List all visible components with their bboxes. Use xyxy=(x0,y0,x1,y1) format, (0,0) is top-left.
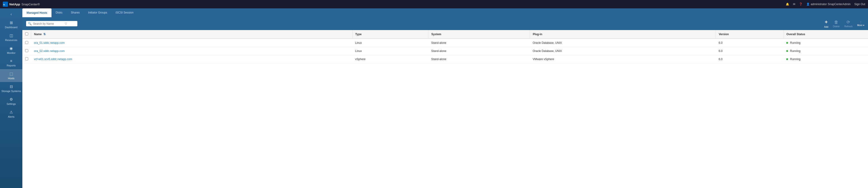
delete-icon: 🗑 xyxy=(834,20,838,25)
row-plugin-0: Oracle Database, UNIX xyxy=(530,39,716,47)
row-checkbox-2 xyxy=(22,55,31,63)
status-dot-1 xyxy=(786,50,788,52)
storage-icon: ⊟ xyxy=(10,84,13,89)
sidebar-label-dashboard: Dashboard xyxy=(5,26,18,29)
row-system-1: Stand-alone xyxy=(429,47,530,55)
hosts-table: Name ⇅ Type System Plug-in Version Overa… xyxy=(22,30,868,63)
monitor-icon: ◉ xyxy=(9,46,13,51)
tab-bar: Managed Hosts Disks Shares Initiator Gro… xyxy=(22,8,868,17)
top-bar-left: N NetApp SnapCenter® xyxy=(3,2,40,7)
sidebar: ‹ ⊞ Dashboard ◫ Resources ◉ Monitor ≡ Re… xyxy=(0,8,22,188)
row-type-2: vSphere xyxy=(352,55,429,63)
tab-managed-hosts[interactable]: Managed Hosts xyxy=(22,8,52,17)
table-row: ora_01.sddc.netapp.com Linux Stand-alone… xyxy=(22,39,868,47)
signout-button[interactable]: Sign Out xyxy=(854,3,865,6)
app-name: SnapCenter® xyxy=(22,3,40,6)
refresh-button[interactable]: ⟳ Refresh xyxy=(844,20,852,28)
user-icon: 👤 xyxy=(806,3,810,6)
sidebar-label-storage: Storage Systems xyxy=(1,90,21,93)
reports-icon: ≡ xyxy=(10,59,12,63)
tab-shares[interactable]: Shares xyxy=(67,8,84,17)
sidebar-label-alerts: Alerts xyxy=(8,115,14,118)
content-area: Managed Hosts Disks Shares Initiator Gro… xyxy=(22,8,868,188)
row-name-1: ora_02.sddc.netapp.com xyxy=(31,47,352,55)
search-icon: 🔍 xyxy=(28,22,32,25)
header-type: Type xyxy=(352,30,429,39)
row-select-1[interactable] xyxy=(25,49,28,52)
search-box[interactable]: 🔍 ▽ xyxy=(26,21,78,26)
row-checkbox-0 xyxy=(22,39,31,47)
table-header-row: Name ⇅ Type System Plug-in Version Overa… xyxy=(22,30,868,39)
tab-initiator-groups[interactable]: Initiator Groups xyxy=(84,8,112,17)
mail-icon[interactable]: ✉ xyxy=(793,3,795,6)
row-type-0: Linux xyxy=(352,39,429,47)
brand-name: NetApp xyxy=(9,3,20,6)
row-status-0: Running xyxy=(783,39,868,47)
refresh-label: Refresh xyxy=(844,25,852,28)
top-bar-right: 🔔 ✉ ❓ 👤 administrator SnapCenterAdmin Si… xyxy=(786,3,865,6)
svg-text:N: N xyxy=(3,3,5,6)
delete-label: Delete xyxy=(833,25,840,28)
status-text-2: Running xyxy=(790,58,801,61)
row-version-1: 6.0 xyxy=(716,47,783,55)
main-layout: ‹ ⊞ Dashboard ◫ Resources ◉ Monitor ≡ Re… xyxy=(0,8,868,188)
sidebar-item-settings[interactable]: ⚙ Settings xyxy=(0,95,22,107)
select-all-checkbox[interactable] xyxy=(25,32,28,35)
more-label: More ▾ xyxy=(857,24,864,27)
header-version: Version xyxy=(716,30,783,39)
username[interactable]: administrator xyxy=(811,3,827,6)
name-sort-icon[interactable]: ⇅ xyxy=(43,33,46,36)
instance-name[interactable]: SnapCenterAdmin xyxy=(828,3,850,6)
top-bar: N NetApp SnapCenter® 🔔 ✉ ❓ 👤 administrat… xyxy=(0,0,868,8)
sidebar-item-monitor[interactable]: ◉ Monitor xyxy=(0,44,22,57)
row-plugin-1: Oracle Database, UNIX xyxy=(530,47,716,55)
host-link-1[interactable]: ora_02.sddc.netapp.com xyxy=(34,50,65,53)
sidebar-item-dashboard[interactable]: ⊞ Dashboard xyxy=(0,18,22,31)
search-input[interactable] xyxy=(33,22,63,25)
sidebar-label-settings: Settings xyxy=(6,102,16,105)
table-row: vcf-w01.scv5.sddc.netapp.com vSphere Sta… xyxy=(22,55,868,63)
status-dot-2 xyxy=(786,58,788,60)
sidebar-item-storage-systems[interactable]: ⊟ Storage Systems xyxy=(0,82,22,95)
table-row: ora_02.sddc.netapp.com Linux Stand-alone… xyxy=(22,47,868,55)
row-version-2: 6.0 xyxy=(716,55,783,63)
row-name-0: ora_01.sddc.netapp.com xyxy=(31,39,352,47)
row-name-2: vcf-w01.scv5.sddc.netapp.com xyxy=(31,55,352,63)
delete-button[interactable]: 🗑 Delete xyxy=(833,20,840,28)
filter-icon[interactable]: ▽ xyxy=(65,22,67,25)
add-button[interactable]: + Add xyxy=(824,19,828,28)
bell-icon[interactable]: 🔔 xyxy=(786,3,789,6)
more-button[interactable]: ⋮ More ▾ xyxy=(857,21,864,27)
resources-icon: ◫ xyxy=(9,33,13,38)
row-status-2: Running xyxy=(783,55,868,63)
row-system-2: Stand-alone xyxy=(429,55,530,63)
sidebar-item-resources[interactable]: ◫ Resources xyxy=(0,31,22,44)
settings-icon: ⚙ xyxy=(9,97,13,101)
add-icon: + xyxy=(825,19,828,25)
row-select-2[interactable] xyxy=(25,57,28,60)
dashboard-icon: ⊞ xyxy=(10,21,13,25)
refresh-icon: ⟳ xyxy=(846,20,850,25)
user-info: 👤 administrator SnapCenterAdmin xyxy=(806,3,850,6)
header-system: System xyxy=(429,30,530,39)
header-plugin: Plug-in xyxy=(530,30,716,39)
header-checkbox-col xyxy=(22,30,31,39)
help-icon[interactable]: ❓ xyxy=(799,3,803,6)
host-link-0[interactable]: ora_01.sddc.netapp.com xyxy=(34,41,65,44)
sidebar-item-reports[interactable]: ≡ Reports xyxy=(0,57,22,69)
more-icon: ⋮ xyxy=(860,21,862,24)
row-version-0: 6.0 xyxy=(716,39,783,47)
sidebar-item-hosts[interactable]: ⬚ Hosts xyxy=(0,69,22,82)
host-link-2[interactable]: vcf-w01.scv5.sddc.netapp.com xyxy=(34,58,72,61)
row-status-1: Running xyxy=(783,47,868,55)
row-checkbox-1 xyxy=(22,47,31,55)
tab-disks[interactable]: Disks xyxy=(52,8,67,17)
row-select-0[interactable] xyxy=(25,41,28,44)
netapp-logo-icon: N xyxy=(3,2,8,7)
toolbar-actions: + Add 🗑 Delete ⟳ Refresh ⋮ More ▾ xyxy=(824,19,864,28)
sidebar-item-alerts[interactable]: ⚠ Alerts xyxy=(0,107,22,120)
sidebar-collapse-button[interactable]: ‹ xyxy=(0,10,22,18)
sidebar-label-monitor: Monitor xyxy=(7,52,16,54)
header-name: Name ⇅ xyxy=(31,30,352,39)
tab-iscsi-session[interactable]: iSCSI Session xyxy=(112,8,138,17)
